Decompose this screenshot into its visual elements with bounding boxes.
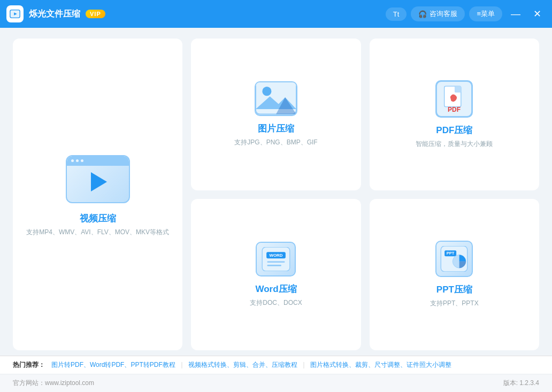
ppt-card-subtitle: 支持PPT、PPTX	[430, 299, 479, 308]
main-content: 视频压缩 支持MP4、WMV、AVI、FLV、MOV、MKV等格式 图片压缩 支…	[0, 28, 552, 356]
pdf-card-title: PDF压缩	[436, 124, 472, 136]
pdf-card-subtitle: 智能压缩，质量与大小兼顾	[416, 140, 493, 149]
vip-badge: VIP	[86, 10, 105, 18]
consult-button[interactable]: 🎧 咨询客服	[411, 6, 465, 21]
video-icon	[63, 152, 133, 206]
word-card-subtitle: 支持DOC、DOCX	[250, 298, 302, 308]
ppt-icon: PPT	[435, 241, 473, 277]
video-icon-wrapper	[63, 152, 133, 206]
svg-text:PPT: PPT	[447, 251, 455, 256]
svg-text:PDF: PDF	[448, 106, 461, 113]
svg-rect-16	[267, 261, 285, 263]
hot-link-1[interactable]: 视频格式转换、剪辑、合并、压缩教程	[188, 360, 297, 370]
pdf-icon: PDF	[435, 80, 473, 118]
titlebar: 烁光文件压缩 VIP Tt 🎧 咨询客服 ≡菜单 — ✕	[0, 0, 552, 28]
pdf-card[interactable]: PDF PDF压缩 智能压缩，质量与大小兼顾	[370, 39, 539, 190]
word-card-title: Word压缩	[255, 283, 296, 295]
separator-1: ｜	[301, 360, 307, 370]
hot-bar: 热门推荐： 图片转PDF、Word转PDF、PPT转PDF教程 ｜ 视频格式转换…	[0, 356, 552, 374]
website-label: 官方网站：www.iziptool.com	[13, 379, 94, 388]
ppt-icon-wrapper: PPT	[435, 241, 473, 277]
titlebar-right: Tt 🎧 咨询客服 ≡菜单 — ✕	[386, 6, 546, 22]
close-button[interactable]: ✕	[529, 6, 546, 22]
cards-grid: 视频压缩 支持MP4、WMV、AVI、FLV、MOV、MKV等格式 图片压缩 支…	[13, 39, 539, 350]
version-label: 版本: 1.2.3.4	[503, 379, 539, 388]
pdf-icon-wrapper: PDF	[435, 80, 473, 118]
ppt-card[interactable]: PPT PPT压缩 支持PPT、PPTX	[370, 199, 539, 351]
video-card-subtitle: 支持MP4、WMV、AVI、FLV、MOV、MKV等格式	[26, 228, 169, 237]
svg-rect-12	[262, 247, 290, 271]
word-icon-wrapper: WORD	[256, 242, 296, 276]
hot-links: 图片转PDF、Word转PDF、PPT转PDF教程 ｜ 视频格式转换、剪辑、合并…	[51, 360, 539, 370]
svg-text:WORD: WORD	[269, 253, 282, 258]
image-card[interactable]: 图片压缩 支持JPG、PNG、BMP、GIF	[191, 39, 361, 190]
minimize-button[interactable]: —	[507, 6, 525, 22]
hot-link-2[interactable]: 图片格式转换、裁剪、尺寸调整、证件照大小调整	[310, 360, 451, 370]
separator-0: ｜	[179, 360, 185, 370]
image-icon	[255, 81, 297, 116]
video-card[interactable]: 视频压缩 支持MP4、WMV、AVI、FLV、MOV、MKV等格式	[13, 39, 182, 350]
image-card-subtitle: 支持JPG、PNG、BMP、GIF	[234, 138, 317, 147]
word-icon: WORD	[256, 242, 296, 276]
hot-link-0[interactable]: 图片转PDF、Word转PDF、PPT转PDF教程	[51, 360, 175, 370]
hot-label: 热门推荐：	[13, 360, 45, 370]
app-logo	[6, 5, 24, 22]
svg-rect-17	[267, 265, 281, 266]
image-icon-wrapper	[255, 81, 297, 116]
word-card[interactable]: WORD Word压缩 支持DOC、DOCX	[191, 199, 361, 351]
video-card-title: 视频压缩	[80, 212, 116, 225]
menu-button[interactable]: ≡菜单	[469, 6, 502, 21]
svg-point-4	[262, 87, 271, 96]
svg-rect-10	[455, 86, 461, 92]
footer: 官方网站：www.iziptool.com 版本: 1.2.3.4	[0, 374, 552, 392]
image-card-title: 图片压缩	[258, 122, 294, 135]
ppt-card-title: PPT压缩	[436, 283, 472, 296]
headset-icon: 🎧	[418, 10, 427, 18]
app-title: 烁光文件压缩	[29, 9, 80, 20]
user-button[interactable]: Tt	[386, 7, 407, 21]
